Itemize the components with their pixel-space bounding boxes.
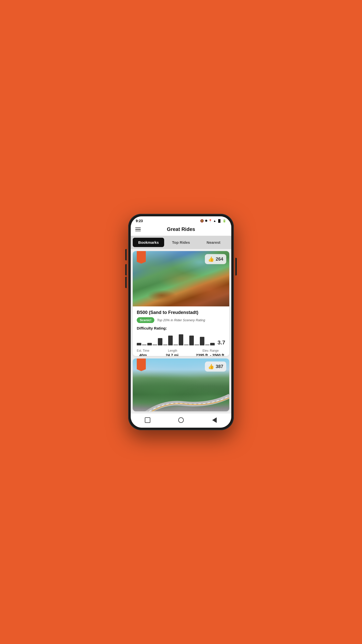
phone-screen: 9:23 🔕 ✱ 📍 ▲ ▐▌ 🔋 Great Rides Bookmarks xyxy=(131,216,231,428)
chart-line-3 xyxy=(173,345,178,345)
like-badge-1[interactable]: 👍 264 xyxy=(205,254,226,264)
app-title: Great Rides xyxy=(167,226,195,232)
scenic-row-1: Scenic! Top 20% in Rider Scenery Rating xyxy=(137,317,225,323)
stat-label-length-1: Length xyxy=(166,349,179,352)
stat-label-elev-1: Elev. Range xyxy=(196,349,225,352)
ride-image-2: 👍 387 xyxy=(133,358,229,411)
thumbs-up-icon-1: 👍 xyxy=(208,256,214,262)
chart-line-5 xyxy=(195,345,199,345)
tabs-container: Bookmarks Top Rides Nearest xyxy=(131,236,231,249)
hamburger-line-1 xyxy=(135,227,141,228)
tab-nearest[interactable]: Nearest xyxy=(198,238,229,247)
like-badge-2[interactable]: 👍 387 xyxy=(205,361,226,372)
rides-list[interactable]: 👍 264 B500 (Sand to Freudenstadt) Scenic… xyxy=(131,249,231,413)
chart-bar-6 xyxy=(200,337,204,345)
battery-icon: 🔋 xyxy=(222,219,226,223)
stat-value-est-time-1: 40m xyxy=(137,353,149,356)
chart-bar-4 xyxy=(179,334,183,345)
stat-est-time-1: Est. Time 40m xyxy=(137,349,149,356)
status-bar: 9:23 🔕 ✱ 📍 ▲ ▐▌ 🔋 xyxy=(131,216,231,224)
signal-icon: ▐▌ xyxy=(217,219,221,223)
home-icon xyxy=(178,417,184,423)
back-icon xyxy=(212,417,217,423)
chart-bar-7 xyxy=(210,343,215,345)
difficulty-chart-1: 3.7 xyxy=(137,333,225,345)
nav-back-button[interactable] xyxy=(211,417,218,424)
status-icons: 🔕 ✱ 📍 ▲ ▐▌ 🔋 xyxy=(200,219,226,223)
tab-bookmarks[interactable]: Bookmarks xyxy=(133,238,164,247)
chart-line-2 xyxy=(163,345,168,345)
bookmark-icon-2[interactable] xyxy=(137,358,146,371)
card-body-1: B500 (Sand to Freudenstadt) Scenic! Top … xyxy=(133,306,229,356)
thumbs-up-icon-2: 👍 xyxy=(208,364,214,370)
stats-row-1: Est. Time 40m Length 24.7 mi. Elev. Rang… xyxy=(137,349,225,356)
chart-bar-1 xyxy=(147,343,152,345)
stat-label-est-time-1: Est. Time xyxy=(137,349,149,352)
chart-line-4 xyxy=(184,345,189,345)
notification-icon: 🔕 xyxy=(200,219,204,223)
stat-value-elev-1: 2395 ft. - 3560 ft. xyxy=(196,353,225,356)
status-time: 9:23 xyxy=(136,219,143,223)
chart-bar-2 xyxy=(158,338,162,345)
like-count-2: 387 xyxy=(216,364,223,369)
scenic-text-1: Top 20% in Rider Scenery Rating xyxy=(157,318,205,322)
stat-elev-1: Elev. Range 2395 ft. - 3560 ft. xyxy=(196,349,225,356)
nav-recent-button[interactable] xyxy=(144,417,151,424)
chart-bar-0 xyxy=(137,343,141,345)
chart-bar-5 xyxy=(189,336,194,345)
location-icon: 📍 xyxy=(208,219,212,223)
hamburger-line-3 xyxy=(135,231,141,231)
ride-image-1: 👍 264 xyxy=(133,251,229,306)
bottom-nav xyxy=(131,413,231,428)
stat-value-length-1: 24.7 mi. xyxy=(166,353,179,356)
scenic-badge-1: Scenic! xyxy=(137,317,154,323)
phone-frame: 9:23 🔕 ✱ 📍 ▲ ▐▌ 🔋 Great Rides Bookmarks xyxy=(128,214,234,430)
like-count-1: 264 xyxy=(216,257,223,262)
recent-icon xyxy=(145,417,150,423)
chart-bar-3 xyxy=(168,336,173,345)
app-header: Great Rides xyxy=(131,224,231,236)
hamburger-menu-button[interactable] xyxy=(135,227,141,231)
ride-card-1[interactable]: 👍 264 B500 (Sand to Freudenstadt) Scenic… xyxy=(133,251,229,356)
hamburger-line-2 xyxy=(135,229,141,230)
difficulty-score-1: 3.7 xyxy=(217,339,225,346)
chart-line-6 xyxy=(205,345,210,345)
ride-card-2[interactable]: 👍 387 xyxy=(133,358,229,411)
chart-line-1 xyxy=(153,345,157,345)
stat-length-1: Length 24.7 mi. xyxy=(166,349,179,356)
bluetooth-icon: ✱ xyxy=(205,219,207,223)
chart-line-0 xyxy=(142,345,147,345)
ride-title-1: B500 (Sand to Freudenstadt) xyxy=(137,310,225,315)
tab-top-rides[interactable]: Top Rides xyxy=(165,238,197,247)
wifi-icon: ▲ xyxy=(213,219,216,223)
bookmark-icon-1[interactable] xyxy=(137,251,146,264)
nav-home-button[interactable] xyxy=(177,417,185,424)
difficulty-label-1: Difficulty Rating: xyxy=(137,326,225,330)
